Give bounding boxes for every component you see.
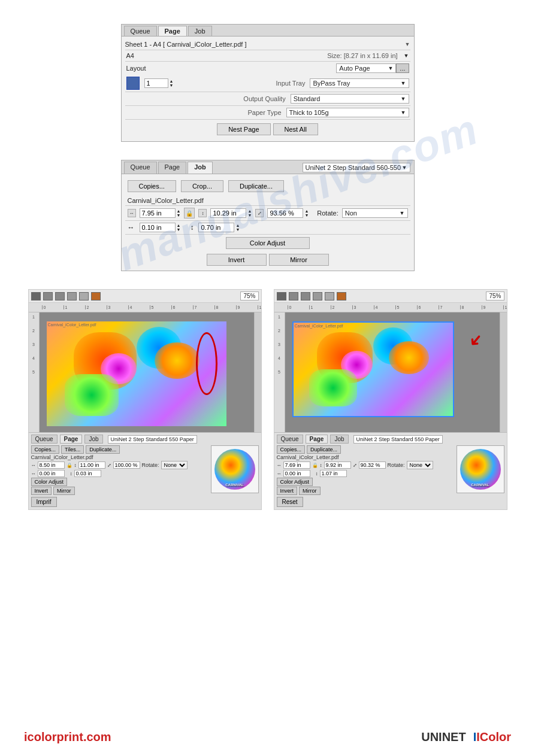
ss2-icon1[interactable] [277,292,286,300]
ss2-scrollbar[interactable] [500,312,507,432]
ss1-color-btn[interactable]: Color Adjust [31,478,68,486]
ss2-canvas[interactable]: 12345 Carnival_iColor_Letter.pdf ➜ [274,312,507,432]
footer-right: UNINET IIColor [421,730,511,744]
tab-page-1[interactable]: Page [158,26,187,36]
ss1-icon3[interactable] [55,292,65,300]
scale-input[interactable] [267,208,303,218]
ss2-tab-job[interactable]: Job [330,435,348,444]
x-offset-input[interactable] [140,223,176,232]
ss1-width-input[interactable] [38,462,65,469]
y-offset-group: ▲▼ [198,223,240,232]
lock-icon[interactable]: 🔒 [184,208,195,218]
height-input[interactable] [210,208,246,218]
rotate-dropdown[interactable]: Non ▼ [342,208,408,218]
output-quality-dropdown[interactable]: Standard ▼ [291,94,409,104]
ss2-reset-btn[interactable]: Reset [277,497,303,507]
layout-dropdown[interactable]: Auto Page ▼ [336,63,396,73]
x-spin[interactable]: ▲▼ [177,223,181,232]
ss1-icon2[interactable] [43,292,53,300]
ss1-copies-btn[interactable]: Copies... [31,445,60,454]
y-offset-input[interactable] [198,223,234,232]
ss2-icon4[interactable] [313,292,322,300]
copies-arrows[interactable]: ▲ ▼ [170,79,174,87]
copies-input[interactable]: 1 [144,78,168,88]
ss1-tab-page[interactable]: Page [60,435,83,444]
sheet-dropdown-arrow[interactable]: ▼ [405,41,410,47]
height-spin[interactable]: ▲▼ [247,209,252,217]
tab-job-1[interactable]: Job [188,26,212,36]
ss2-art5 [389,341,429,374]
ss2-width-input[interactable] [283,462,310,469]
footer-left: icolorprint.com [24,730,111,744]
job-profile-dropdown[interactable]: UniNet 2 Step Standard 560-550 ▼ [303,163,410,172]
ss1-rotate-select[interactable]: None90180 [161,461,188,469]
ss1-mirror-btn[interactable]: Mirror [53,487,75,495]
ss2-icon5[interactable] [325,292,334,300]
ss1-scrollbar[interactable] [254,312,261,432]
ss1-tab-queue[interactable]: Queue [31,435,58,444]
tab-job-2[interactable]: Job [188,162,213,174]
ss1-icon6[interactable] [91,292,101,300]
ss2-icon6[interactable] [337,292,346,300]
ss1-scale-input[interactable] [113,462,140,469]
ss2-tab-page[interactable]: Page [306,435,328,444]
tab-queue-2[interactable]: Queue [124,162,157,174]
nest-page-button[interactable]: Nest Page [217,123,270,135]
ss2-icon2[interactable] [289,292,298,300]
ss2-zoom[interactable]: 75% [486,292,504,300]
ss1-canvas[interactable]: 12345 Carnival_iColor_Letter.pdf [29,312,261,432]
ss2-copies-btn[interactable]: Copies... [277,445,306,454]
ss1-print-btn[interactable]: Imprif [31,497,57,507]
ss2-color-btn[interactable]: Color Adjust [277,478,313,486]
tab-queue-1[interactable]: Queue [124,26,157,36]
ss2-x-input[interactable] [283,470,310,477]
tab-page-2[interactable]: Page [158,162,187,174]
y-spin[interactable]: ▲▼ [235,223,240,232]
ss1-invert-btn[interactable]: Invert [31,487,52,495]
paper-type-dropdown[interactable]: Thick to 105g ▼ [286,108,409,117]
ss1-x-input[interactable] [38,470,65,477]
crop-button[interactable]: Crop... [181,180,223,192]
scale-spin[interactable]: ▲▼ [304,209,309,217]
ss2-dup-btn[interactable]: Duplicate... [307,445,341,454]
input-tray-value: ByPass Tray [313,80,350,87]
color-adjust-button[interactable]: Color Adjust [226,237,310,249]
ss1-icon4[interactable] [67,292,77,300]
copies-button[interactable]: Copies... [128,180,176,192]
ss1-tab-job[interactable]: Job [84,435,102,444]
ss1-y-input[interactable] [74,470,101,477]
ss2-job-profile[interactable]: UniNet 2 Step Standard 550 Paper [353,435,443,444]
ss2-scale-input[interactable] [359,462,386,469]
ss2-rotate-select[interactable]: None90180 [407,461,433,469]
input-tray-dropdown[interactable]: ByPass Tray ▼ [310,78,409,88]
ss1-print-row: Imprif [31,496,208,507]
ss2-mirror-btn[interactable]: Mirror [299,487,321,495]
ss2-height-input[interactable] [324,462,351,469]
ss2-icon3[interactable] [301,292,310,300]
ss1-icon1[interactable] [31,292,41,300]
ss1-job-profile[interactable]: UniNet 2 Step Standard 550 Paper [108,435,197,444]
ss1-height-input[interactable] [78,462,105,469]
uninet-brand: UNINET [421,730,466,744]
ss1-zoom[interactable]: 75% [240,292,258,300]
ss1-dup-btn[interactable]: Duplicate... [86,445,120,454]
size-label: Size: [8.27 in x 11.69 in] [327,52,397,59]
ss2-tab-queue[interactable]: Queue [277,435,303,444]
ellipsis-button[interactable]: ... [396,63,409,73]
rotate-label: Rotate: [317,210,338,217]
width-spin[interactable]: ▲▼ [177,209,181,217]
duplicate-button[interactable]: Duplicate... [228,180,284,192]
output-quality-arrow: ▼ [401,96,406,102]
mirror-button[interactable]: Mirror [269,254,329,266]
ss2-dim-icon2: 🔒 [312,463,318,468]
width-input[interactable] [140,208,176,218]
ss1-icon5[interactable] [79,292,89,300]
ss1-dim-icon3: ↕ [74,463,77,468]
nest-all-button[interactable]: Nest All [273,123,318,135]
ss1-tiles-btn[interactable]: Tiles... [61,445,84,454]
copies-spinner[interactable]: 1 ▲ ▼ [144,78,174,88]
size-dropdown-arrow[interactable]: ▼ [404,53,409,59]
ss2-invert-btn[interactable]: Invert [277,487,298,495]
invert-button[interactable]: Invert [207,254,267,266]
ss2-y-input[interactable] [320,470,347,477]
